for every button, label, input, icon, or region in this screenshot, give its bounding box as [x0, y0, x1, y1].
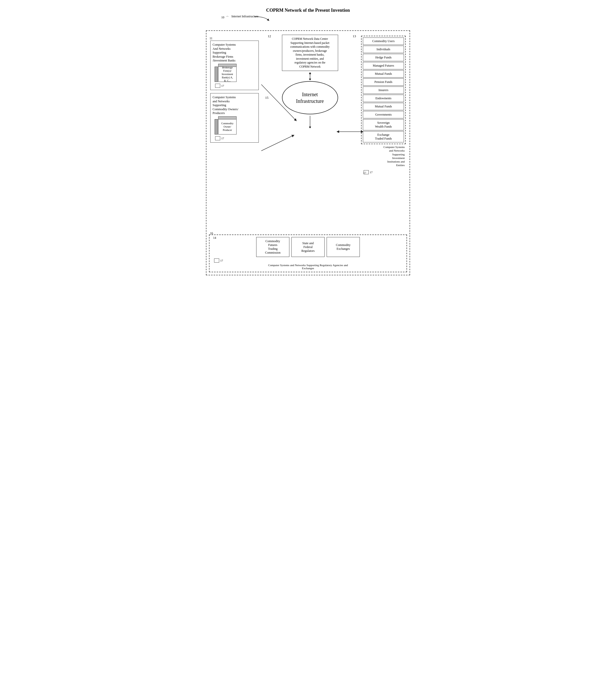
- coprm-down-arrow: [305, 72, 315, 80]
- right-item-hedge-funds: Hedge Funds: [363, 54, 404, 61]
- reg-box-state-federal: State andFederalRegulators: [292, 237, 324, 257]
- right-item-pension-funds: Pension Funds: [363, 78, 404, 86]
- col-center: 12 COPRM Network Data CenterSupporting I…: [260, 34, 360, 233]
- bottom-small-box: [214, 258, 219, 263]
- top-arrow-svg: [229, 15, 280, 23]
- right-small-box: [364, 170, 369, 174]
- coprm-text: COPRM Network Data CenterSupporting Inte…: [290, 37, 330, 68]
- small-box-1: [215, 84, 220, 88]
- right-item-governments: Governments: [363, 111, 404, 118]
- brokerage-section-label: Computer SystemsAnd NetworksSupportingBr…: [213, 43, 256, 63]
- main-title: COPRM Network of the Present Invention: [206, 8, 410, 13]
- diagram-layout: 11 Computer SystemsAnd NetworksSupportin…: [209, 34, 407, 233]
- internet-area: 15 InternetInfrastructure: [262, 81, 357, 114]
- label-10: 10: [221, 16, 224, 19]
- reg-box-cftc: CommodityFuturesTradingCommission: [256, 237, 289, 257]
- right-device-row: 17: [361, 170, 406, 174]
- col-right: Commodity Users Individuals Hedge Funds …: [360, 34, 407, 233]
- device-side-1: [215, 67, 218, 82]
- right-items-list: Commodity Users Individuals Hedge Funds …: [363, 38, 404, 143]
- label-17-bottom: 17: [220, 259, 223, 262]
- full-diagram: 11 Computer SystemsAnd NetworksSupportin…: [209, 34, 407, 272]
- right-item-managed-futures: Managed Futures: [363, 62, 404, 69]
- commodity-owners-section-label: Computer Systemsand NetworksSupportingCo…: [213, 95, 256, 115]
- label-15: 15: [265, 96, 269, 100]
- brokerage-device: BrokerageFirm(s)/InvestmentBank(s) A,B, …: [213, 64, 256, 83]
- bottom-section: 16 14 CommodityFuturesTradingCommission …: [209, 235, 407, 272]
- bottom-small-box-row: 17: [214, 258, 404, 263]
- right-item-individuals: Individuals: [363, 46, 404, 53]
- right-item-sovereign-wealth: SovereignWealth Funds: [363, 119, 404, 130]
- right-item-etf: ExchangeTraded Funds: [363, 131, 404, 143]
- small-box-row-2: 17: [213, 136, 256, 140]
- internet-ellipse: InternetInfrastructure: [282, 81, 338, 114]
- small-box-row-1: 17: [213, 84, 256, 88]
- device-side-2: [215, 119, 218, 134]
- device-front-2: CommodityOwner/Producer: [218, 119, 237, 134]
- small-box-2: [215, 136, 220, 140]
- reg-box-exchanges: CommodityExchanges: [327, 237, 360, 257]
- label-12: 12: [268, 34, 271, 38]
- label-13: 13: [353, 34, 356, 38]
- device-front-1: BrokerageFirm(s)/InvestmentBank(s) A,B, …: [218, 67, 237, 82]
- bottom-regulatory-area: 16 14 CommodityFuturesTradingCommission …: [209, 235, 407, 272]
- right-outer-dashed: Commodity Users Individuals Hedge Funds …: [361, 36, 406, 144]
- page: COPRM Network of the Present Invention 1…: [204, 5, 412, 278]
- commodity-owners-section-box: Computer Systemsand NetworksSupportingCo…: [210, 93, 259, 143]
- coprm-box: COPRM Network Data CenterSupporting Inte…: [282, 35, 338, 71]
- label-17-right: 17: [370, 171, 373, 174]
- outer-box: 11 Computer SystemsAnd NetworksSupportin…: [206, 30, 410, 275]
- brokerage-section-box: Computer SystemsAnd NetworksSupportingBr…: [210, 41, 259, 90]
- label-11: 11: [210, 37, 213, 40]
- ellipse-down-arrow: [305, 115, 315, 128]
- right-item-endowments: Endowments: [363, 95, 404, 102]
- curved-brace-10: ⌒: [226, 16, 229, 20]
- label-17-1: 17: [221, 84, 224, 87]
- coprm-area: 12 COPRM Network Data CenterSupporting I…: [262, 35, 357, 71]
- col-left: 11 Computer SystemsAnd NetworksSupportin…: [209, 34, 260, 233]
- right-item-insurers: Insurers: [363, 87, 404, 94]
- right-item-mutual-funds-1: Mutual Funds: [363, 70, 404, 78]
- label-16: 16: [210, 232, 213, 235]
- right-item-commodity-users: Commodity Users: [363, 38, 404, 45]
- investment-label: Computer Systemsand NetworksSupportingIn…: [361, 145, 406, 167]
- label-17-2: 17: [221, 137, 224, 140]
- commodity-device: CommodityOwner/Producer: [213, 116, 256, 135]
- right-item-mutual-funds-2: Mutual Funds: [363, 103, 404, 110]
- reg-boxes: CommodityFuturesTradingCommission State …: [212, 237, 404, 257]
- bottom-caption: Computer Systems and Networks Supporting…: [212, 264, 404, 270]
- label-14: 14: [213, 236, 216, 240]
